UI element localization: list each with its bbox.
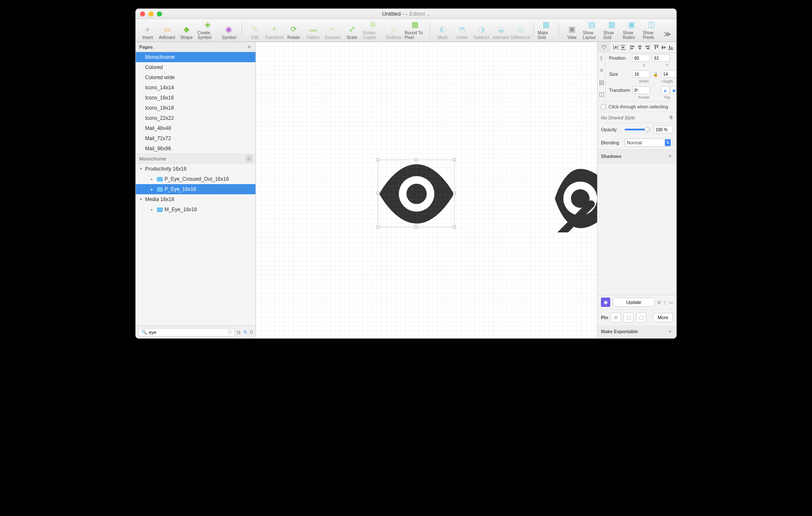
handle-br[interactable] <box>453 226 456 229</box>
flip-h-button[interactable]: ▲ <box>661 86 669 94</box>
page-item[interactable]: Icons_16x16 <box>136 93 255 103</box>
toolbar-insert[interactable]: ＋Insert <box>139 23 156 40</box>
pin-widget-3[interactable]: ▢ <box>636 312 646 323</box>
lock-icon[interactable]: 🔒 <box>652 72 659 77</box>
pin-widget-1[interactable]: ⊕ <box>611 312 621 323</box>
align-left-icon[interactable] <box>630 44 636 50</box>
rotate-input[interactable] <box>632 86 650 94</box>
page-item[interactable]: Colored wide <box>136 72 255 83</box>
handle-ml[interactable] <box>376 192 379 195</box>
update-button[interactable]: Update <box>613 298 655 307</box>
add-export-button[interactable]: ＋ <box>667 328 673 335</box>
position-y-input[interactable] <box>652 54 670 62</box>
handle-tr[interactable] <box>453 158 456 161</box>
toolbar-transform: ✦Transform <box>266 23 283 40</box>
page-item[interactable]: Mail_96x96 <box>136 143 255 154</box>
toolbar-make-grid[interactable]: ▦Make Grid <box>538 19 554 40</box>
add-shadow-button[interactable]: ＋ <box>667 152 673 160</box>
clickthrough-row[interactable]: Click-through when selecting <box>598 101 676 112</box>
pages-list: MonochromeColoredColored wideIcons_14x14… <box>136 52 255 154</box>
grid-icon[interactable]: ⊞ <box>657 300 661 305</box>
shared-style-row[interactable]: No Shared Style⇅ <box>598 112 676 123</box>
clickthrough-checkbox[interactable] <box>601 104 606 109</box>
handle-bl[interactable] <box>376 226 379 229</box>
toolbar-difference: ◎Difference <box>512 23 529 40</box>
layer-item[interactable]: ▸P_Eye_Crossed_Out_16x16 <box>136 174 255 184</box>
position-x-input[interactable] <box>632 54 650 62</box>
shadows-header[interactable]: Shadows＋ <box>598 150 676 163</box>
toolbar-show-pixels[interactable]: ◫Show Pixels <box>643 19 660 40</box>
align-right-icon[interactable] <box>644 44 650 50</box>
align-vcenter-icon[interactable] <box>661 44 667 50</box>
opacity-input[interactable] <box>653 126 673 133</box>
toolbar-show-layout[interactable]: ▤Show Layout <box>583 19 601 40</box>
toolbar-symbol[interactable]: ◉Symbol <box>220 23 237 40</box>
toolbar-round-to-pixel[interactable]: ▦Round To Pixel <box>405 19 425 40</box>
layer-group[interactable]: ▼Productivity 16x16 <box>136 164 255 174</box>
blending-select[interactable]: Normal⇅ <box>625 138 673 147</box>
folder-icon <box>157 207 163 212</box>
handle-bm[interactable] <box>414 226 417 229</box>
pin-widget-2[interactable]: ▢ <box>623 312 634 323</box>
clear-icon[interactable]: ⓧ <box>228 329 232 335</box>
page-item[interactable]: Icons_14x14 <box>136 83 255 93</box>
page-item[interactable]: Icons_22x22 <box>136 113 255 123</box>
page-item[interactable]: Mail_72x72 <box>136 133 255 143</box>
collapse-icon[interactable]: ⊡ <box>246 156 252 162</box>
app-window: Untitled — Edited⌄ ＋Insert▭Artboard◆Shap… <box>135 8 677 339</box>
distribute-h-icon[interactable] <box>613 44 619 50</box>
page-item[interactable]: Mail_48x48 <box>136 123 255 133</box>
copy-icon[interactable]: ⧉ <box>237 329 241 335</box>
body: Pages ＋ MonochromeColoredColored wideIco… <box>136 42 676 338</box>
width-input[interactable] <box>632 70 650 78</box>
upload-icon[interactable]: ⇪ <box>598 55 605 62</box>
flip-v-button[interactable]: ▶ <box>670 86 676 94</box>
align-icon[interactable]: ≡ <box>598 66 605 74</box>
toolbar-artboard[interactable]: ▭Artboard <box>159 23 176 40</box>
exportable-header[interactable]: Make Exportable＋ <box>598 325 676 338</box>
more-button[interactable]: More <box>653 313 673 322</box>
toolbar-scale[interactable]: ⤢Scale <box>343 23 360 40</box>
selection-box[interactable] <box>378 160 455 227</box>
add-page-button[interactable]: ＋ <box>246 43 252 51</box>
layout-icon[interactable]: ◫ <box>598 90 605 98</box>
search-field[interactable]: 🔍 ⓧ <box>138 328 235 337</box>
toolbar-rotate[interactable]: ⟳Rotate <box>285 23 302 40</box>
align-top-icon[interactable] <box>653 44 659 50</box>
align-hcenter-icon[interactable] <box>637 44 643 50</box>
symbol-icon[interactable]: ◉ <box>601 298 610 307</box>
toolbar-union: ◓Union <box>454 23 471 40</box>
svg-rect-12 <box>622 47 624 48</box>
toolbar-shape[interactable]: ◆Shape <box>178 23 195 40</box>
device-icon[interactable]: ▭ <box>669 300 673 305</box>
tab-design[interactable] <box>598 42 610 53</box>
opacity-slider[interactable] <box>625 129 651 130</box>
text-icon[interactable]: ▤ <box>598 78 605 86</box>
page-item[interactable]: Icons_18x18 <box>136 103 255 113</box>
handle-tm[interactable] <box>414 158 417 161</box>
toolbar-show-grid[interactable]: ▦Show Grid <box>603 19 620 40</box>
toolbar-outlines: ◇Outlines <box>385 23 402 40</box>
toolbar-show-rulers[interactable]: ▣Show Rulers <box>623 19 640 40</box>
search-input[interactable] <box>149 330 226 335</box>
layer-item[interactable]: ▸P_Eye_16x16 <box>136 184 255 194</box>
distribute-v-icon[interactable] <box>620 44 626 50</box>
right-tabs <box>598 42 676 53</box>
page-item[interactable]: Monochrome <box>136 52 255 62</box>
layer-item[interactable]: ▸M_Eye_18x18 <box>136 204 255 215</box>
page-item[interactable]: Colored <box>136 62 255 72</box>
canvas[interactable] <box>256 42 598 338</box>
svg-rect-23 <box>655 46 656 49</box>
toolbar-view[interactable]: ▣View <box>563 23 580 40</box>
align-bottom-icon[interactable] <box>668 44 674 50</box>
handle-tl[interactable] <box>376 158 379 161</box>
folder-icon <box>157 187 163 192</box>
toolbar-subtract: ◑Subtract <box>473 23 490 40</box>
toolbar-create-symbol[interactable]: ◈Create Symbol <box>198 19 218 40</box>
edit-icon[interactable]: ✎ <box>243 329 247 335</box>
layer-group[interactable]: ▼Media 18x18 <box>136 194 255 204</box>
toolbar-overflow[interactable]: ≫ <box>662 28 673 40</box>
phone-icon[interactable]: ▯ <box>664 300 666 305</box>
handle-mr[interactable] <box>453 192 456 195</box>
height-input[interactable] <box>661 70 676 78</box>
